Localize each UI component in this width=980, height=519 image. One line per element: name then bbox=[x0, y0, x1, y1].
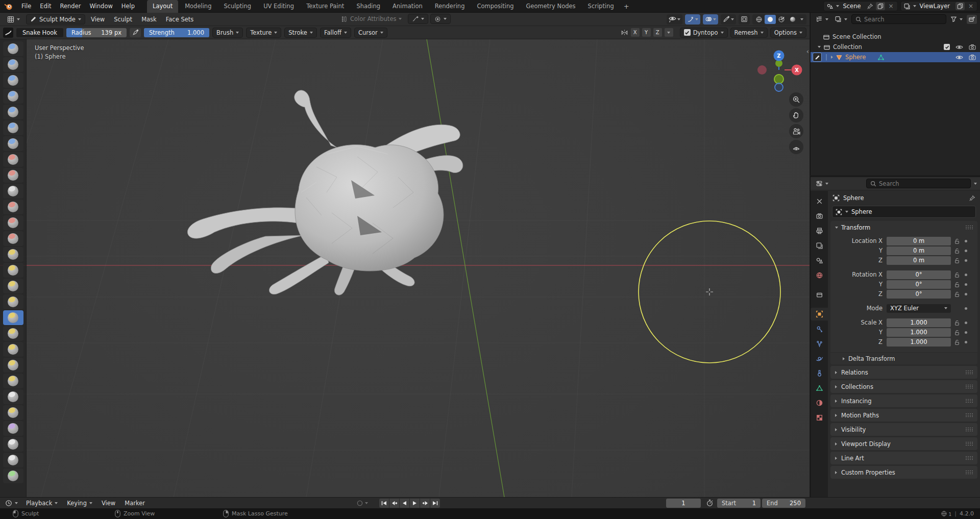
outliner-row-sphere[interactable]: | Sphere bbox=[811, 52, 980, 62]
xray-toggle[interactable] bbox=[721, 14, 736, 24]
playback-menu[interactable]: Playback bbox=[23, 500, 61, 507]
axis-neg-x-ball[interactable] bbox=[757, 65, 767, 75]
tool-pose-button[interactable] bbox=[3, 342, 23, 357]
play-button[interactable] bbox=[410, 499, 420, 508]
unlock-button[interactable] bbox=[951, 271, 963, 278]
tool-clay-button[interactable] bbox=[3, 73, 23, 88]
drag-handle-icon[interactable] bbox=[965, 413, 973, 417]
mirror-options-dropdown[interactable] bbox=[665, 28, 673, 37]
workspace-tab-compositing[interactable]: Compositing bbox=[471, 0, 519, 13]
properties-tab-view-layer[interactable] bbox=[811, 239, 828, 252]
panel-collections[interactable]: Collections bbox=[830, 380, 977, 393]
transform-value-field[interactable]: 1.000 bbox=[887, 318, 951, 327]
axis-neg-z-ball[interactable] bbox=[775, 83, 783, 91]
mode-selector[interactable]: Sculpt Mode bbox=[26, 14, 85, 24]
transform-value-field[interactable]: 1.000 bbox=[887, 338, 951, 347]
axis-neg-y-ball[interactable] bbox=[774, 75, 783, 84]
camera-restrict-icon[interactable] bbox=[969, 54, 976, 60]
tool-draw-sharp-button[interactable] bbox=[3, 57, 23, 72]
unlock-button[interactable] bbox=[951, 281, 963, 288]
next-keyframe-button[interactable] bbox=[420, 499, 430, 508]
animate-dot-icon[interactable] bbox=[965, 331, 967, 334]
tool-simplify-button[interactable] bbox=[3, 437, 23, 452]
drag-handle-icon[interactable] bbox=[965, 399, 973, 403]
tool-inflate-button[interactable] bbox=[3, 136, 23, 151]
active-brush-name[interactable]: Snake Hook bbox=[16, 28, 63, 37]
sidebar-toggle-arrow[interactable]: ‹ bbox=[806, 47, 809, 55]
workspace-tab-animation[interactable]: Animation bbox=[387, 0, 428, 13]
frame-start-field[interactable]: Start 1 bbox=[717, 499, 761, 508]
tool-clay-thumb-button[interactable] bbox=[3, 105, 23, 119]
panel-visibility[interactable]: Visibility bbox=[830, 423, 977, 436]
options-dropdown[interactable]: Options bbox=[770, 28, 806, 38]
menu-mask[interactable]: Mask bbox=[138, 14, 160, 24]
jump-end-button[interactable] bbox=[430, 499, 440, 508]
drag-handle-icon[interactable] bbox=[965, 384, 973, 389]
properties-tab-modifiers[interactable] bbox=[811, 323, 828, 335]
wireframe-shading-button[interactable] bbox=[753, 15, 765, 24]
panel-custom-properties[interactable]: Custom Properties bbox=[830, 466, 977, 479]
scene-selector[interactable]: Scene × bbox=[823, 1, 897, 11]
delta-transform-subpanel[interactable]: Delta Transform bbox=[830, 352, 977, 364]
unlock-button[interactable] bbox=[951, 238, 963, 244]
unlock-button[interactable] bbox=[951, 329, 963, 336]
radius-slider[interactable]: Radius 139 px bbox=[66, 28, 127, 37]
properties-tab-world[interactable] bbox=[811, 269, 828, 282]
drag-handle-icon[interactable] bbox=[965, 225, 973, 230]
workspace-tab-modeling[interactable]: Modeling bbox=[179, 0, 217, 13]
perspective-toggle[interactable] bbox=[739, 14, 750, 24]
animate-dot-icon[interactable] bbox=[965, 250, 967, 252]
mirror-x-button[interactable]: X bbox=[631, 28, 640, 37]
pin-icon[interactable] bbox=[867, 3, 873, 10]
properties-tab-scene[interactable] bbox=[811, 254, 828, 267]
workspace-tab-sculpting[interactable]: Sculpting bbox=[218, 0, 257, 13]
tool-smooth-button[interactable] bbox=[3, 184, 23, 199]
eye-icon[interactable] bbox=[955, 44, 963, 50]
zoom-view-button[interactable] bbox=[789, 92, 803, 107]
scene-name[interactable]: Scene bbox=[842, 3, 864, 10]
workspace-tab-shading[interactable]: Shading bbox=[351, 0, 386, 13]
drag-handle-icon[interactable] bbox=[965, 427, 973, 432]
remesh-dropdown[interactable]: Remesh bbox=[730, 28, 768, 38]
tool-blob-button[interactable] bbox=[3, 152, 23, 167]
menu-edit[interactable]: Edit bbox=[36, 1, 55, 11]
brush-circle-cursor[interactable] bbox=[639, 221, 780, 363]
radius-pressure-button[interactable] bbox=[130, 28, 141, 37]
texture-sample-dropdown[interactable] bbox=[430, 14, 451, 24]
properties-tab-texture[interactable] bbox=[811, 411, 828, 424]
rotation-mode-select[interactable]: XYZ Euler bbox=[887, 304, 951, 313]
transform-value-field[interactable]: 0° bbox=[887, 280, 951, 289]
workspace-tab-geometry-nodes[interactable]: Geometry Nodes bbox=[521, 0, 581, 13]
strength-slider[interactable]: Strength 1.000 bbox=[144, 28, 209, 37]
transform-value-field[interactable]: 0 m bbox=[887, 256, 951, 265]
pin-icon[interactable] bbox=[969, 195, 975, 202]
animate-dot-icon[interactable] bbox=[965, 240, 967, 242]
properties-tab-collection[interactable] bbox=[811, 288, 828, 301]
panel-relations[interactable]: Relations bbox=[830, 366, 977, 379]
properties-tab-output[interactable] bbox=[811, 225, 828, 237]
tool-thumb-button[interactable] bbox=[3, 326, 23, 341]
brush-dropdown[interactable]: Brush bbox=[212, 28, 243, 38]
properties-editor-type[interactable] bbox=[814, 179, 830, 189]
properties-tab-render[interactable] bbox=[811, 210, 828, 223]
menu-window[interactable]: Window bbox=[85, 1, 116, 11]
unlock-button[interactable] bbox=[951, 248, 963, 254]
exclude-checkbox[interactable] bbox=[944, 44, 950, 50]
properties-search-input[interactable]: Search bbox=[866, 179, 971, 188]
tool-elastic-deform-button[interactable] bbox=[3, 294, 23, 309]
expand-chevron-icon[interactable] bbox=[831, 56, 833, 59]
tool-clay-strips-button[interactable] bbox=[3, 89, 23, 104]
outliner-row-scene-collection[interactable]: Scene Collection bbox=[811, 32, 980, 42]
navigation-axis-gizmo[interactable]: Z X bbox=[755, 45, 804, 94]
remove-viewlayer-icon[interactable]: × bbox=[967, 3, 974, 10]
panel-motion-paths[interactable]: Motion Paths bbox=[830, 409, 977, 422]
color-attributes-selector[interactable]: Color Attributes bbox=[337, 14, 406, 24]
dyntopo-dropdown[interactable]: Dyntopo bbox=[680, 28, 728, 38]
properties-tab-object-data[interactable] bbox=[811, 382, 828, 394]
outliner-display-mode[interactable] bbox=[814, 14, 830, 24]
solid-shading-button[interactable] bbox=[765, 15, 776, 24]
stroke-dropdown[interactable]: Stroke bbox=[284, 28, 317, 38]
tool-multiplane-scrape-button[interactable] bbox=[3, 247, 23, 262]
animate-dot-icon[interactable] bbox=[965, 307, 967, 310]
tool-grab-button[interactable] bbox=[3, 279, 23, 293]
